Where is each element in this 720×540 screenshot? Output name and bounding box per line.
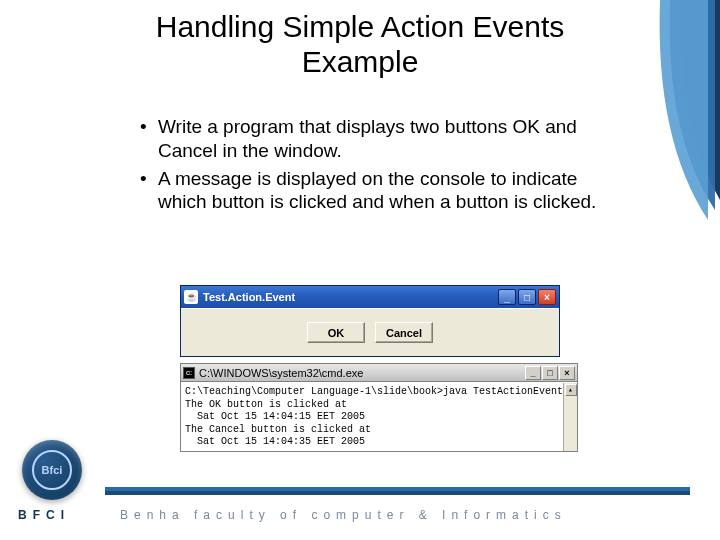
cmd-line: Sat Oct 15 14:04:15 EET 2005 xyxy=(185,411,573,424)
cmd-titlebar[interactable]: c: C:\WINDOWS\system32\cmd.exe _ □ × xyxy=(181,364,577,382)
cmd-line: The Cancel button is clicked at xyxy=(185,424,573,437)
bullet-item: Write a program that displays two button… xyxy=(140,115,610,163)
cmd-scrollbar[interactable]: ▴ xyxy=(563,383,577,451)
footer-logo: Bfci xyxy=(22,440,82,500)
cmd-line: Sat Oct 15 14:04:35 EET 2005 xyxy=(185,436,573,449)
slide: Handling Simple Action Events Example Wr… xyxy=(0,0,720,540)
footer-text: Benha faculty of computer & Informatics xyxy=(120,508,690,522)
footer-bfci: BFCI xyxy=(18,508,70,522)
cmd-window: c: C:\WINDOWS\system32\cmd.exe _ □ × C:\… xyxy=(180,363,578,452)
footer-logo-text: Bfci xyxy=(32,450,72,490)
cmd-maximize-button[interactable]: □ xyxy=(542,366,558,380)
scroll-up-icon[interactable]: ▴ xyxy=(565,384,577,396)
minimize-button[interactable]: _ xyxy=(498,289,516,305)
close-button[interactable]: × xyxy=(538,289,556,305)
java-titlebar[interactable]: ☕ Test.Action.Event _ □ × xyxy=(181,286,559,308)
java-window-title: Test.Action.Event xyxy=(203,291,295,303)
cmd-icon: c: xyxy=(183,367,195,379)
cancel-button[interactable]: Cancel xyxy=(375,322,433,343)
slide-title: Handling Simple Action Events Example xyxy=(120,10,600,79)
cmd-window-title: C:\WINDOWS\system32\cmd.exe xyxy=(199,367,363,379)
cmd-minimize-button[interactable]: _ xyxy=(525,366,541,380)
maximize-button[interactable]: □ xyxy=(518,289,536,305)
bullet-item: A message is displayed on the console to… xyxy=(140,167,610,215)
footer-divider xyxy=(105,487,690,495)
figures-area: ☕ Test.Action.Event _ □ × OK Cancel c: C… xyxy=(180,285,580,452)
cmd-close-button[interactable]: × xyxy=(559,366,575,380)
java-window-body: OK Cancel xyxy=(181,308,559,356)
java-cup-icon: ☕ xyxy=(184,290,198,304)
ok-button[interactable]: OK xyxy=(307,322,365,343)
cmd-line: The OK button is clicked at xyxy=(185,399,573,412)
cmd-output: C:\Teaching\Computer Language-1\slide\bo… xyxy=(181,382,577,451)
bullet-list: Write a program that displays two button… xyxy=(140,115,610,218)
corner-decoration xyxy=(620,0,720,540)
java-window: ☕ Test.Action.Event _ □ × OK Cancel xyxy=(180,285,560,357)
cmd-line: C:\Teaching\Computer Language-1\slide\bo… xyxy=(185,386,573,399)
